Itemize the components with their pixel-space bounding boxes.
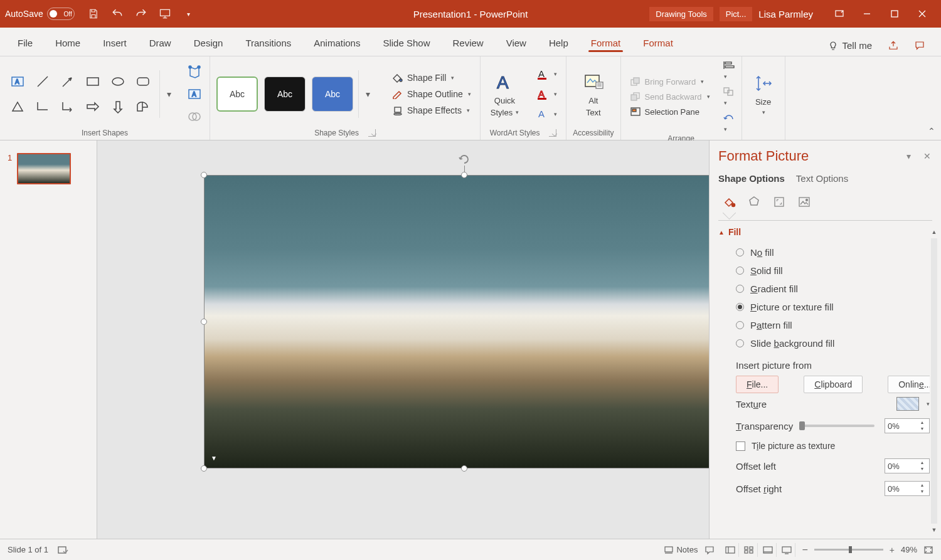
pane-close-icon[interactable]: ✕ [923,151,931,161]
selection-pane-button[interactable]: Selection Pane [627,105,713,118]
style-more-icon[interactable]: ▾ [358,70,377,118]
zoom-slider[interactable] [814,549,883,551]
alt-text-button[interactable]: AltText [578,68,609,120]
radio-solid-fill[interactable]: Solid fill [718,262,930,280]
rotate-button[interactable]: ▾ [723,113,735,133]
share-icon[interactable] [885,37,902,55]
tab-help[interactable]: Help [538,31,580,56]
size-button[interactable]: Size ▾ [748,70,779,118]
tab-format-drawing[interactable]: Format [580,31,632,56]
radio-gradient-fill[interactable]: Gradient fill [718,280,930,298]
zoom-in-icon[interactable]: + [890,545,895,555]
slide-canvas[interactable]: ▼ [97,140,709,539]
notes-button[interactable]: Notes [664,545,698,554]
shape-outline-button[interactable]: Shape Outline▾ [388,88,474,100]
style-1[interactable]: Abc [216,77,258,112]
pane-options-icon[interactable]: ▾ [906,151,911,161]
slide-thumbnail[interactable] [17,153,71,184]
tell-me[interactable]: Tell me [824,35,876,56]
merge-shapes-icon[interactable] [186,108,203,125]
resize-handle[interactable] [201,172,207,178]
texture-picker[interactable] [896,397,919,411]
comments-button-icon[interactable] [704,545,715,555]
qat-more-icon[interactable]: ▾ [183,8,195,20]
picture-tab-icon[interactable] [794,191,815,213]
size-tab-icon[interactable] [768,191,790,213]
offset-right-input[interactable]: 0%▲▼ [885,481,930,496]
transparency-input[interactable]: 0%▲▼ [885,418,930,433]
tab-file[interactable]: File [6,31,44,56]
save-icon[interactable] [87,8,100,20]
slide-sorter-icon[interactable] [740,543,758,557]
group-button[interactable]: ▾ [723,87,735,107]
radio-slide-bg-fill[interactable]: Slide background fill [718,334,930,352]
draw-textbox-icon[interactable]: A [186,85,203,103]
transparency-slider[interactable] [799,425,875,427]
ribbon-display-icon[interactable] [826,4,853,23]
tab-slideshow[interactable]: Slide Show [371,31,441,56]
offset-left-input[interactable]: 0%▲▼ [885,458,930,473]
tab-home[interactable]: Home [44,31,92,56]
shape-style-gallery[interactable]: Abc Abc Abc [216,77,353,112]
tab-format-picture[interactable]: Format [632,31,684,56]
minimize-icon[interactable] [853,4,881,23]
redo-icon[interactable] [135,8,147,20]
resize-handle[interactable] [201,465,207,472]
tab-transitions[interactable]: Transitions [234,31,302,56]
radio-picture-fill[interactable]: Picture or texture fill [718,298,930,316]
slide-counter[interactable]: Slide 1 of 1 [8,545,48,554]
reading-view-icon[interactable] [759,543,777,557]
tab-review[interactable]: Review [441,31,494,56]
resize-handle[interactable] [461,172,467,178]
shape-styles-launcher-icon[interactable] [368,129,376,137]
user-name[interactable]: Lisa Parmley [758,9,813,19]
tab-view[interactable]: View [495,31,538,56]
text-outline-button[interactable]: A▾ [534,87,560,101]
edit-shape-icon[interactable] [186,63,203,80]
resize-handle[interactable] [461,465,467,472]
comments-icon[interactable] [911,37,928,55]
file-button[interactable]: File... [736,376,779,393]
fit-to-window-icon[interactable] [923,546,933,554]
text-effects-button[interactable]: A▾ [534,107,560,121]
wordart-launcher-icon[interactable] [549,129,556,137]
zoom-level[interactable]: 49% [901,545,917,554]
radio-pattern-fill[interactable]: Pattern fill [718,316,930,334]
collapse-ribbon-icon[interactable]: ⌃ [922,56,941,140]
send-backward-button[interactable]: Send Backward▾ [627,90,713,103]
radio-no-fill[interactable]: No fill [718,243,930,262]
selected-picture[interactable]: ▼ [204,175,709,468]
style-3[interactable]: Abc [312,77,353,112]
fill-line-tab-icon[interactable] [718,191,740,213]
shape-fill-button[interactable]: Shape Fill▾ [388,71,474,84]
tab-design[interactable]: Design [183,31,235,56]
pane-tab-text-options[interactable]: Text Options [796,173,848,184]
pane-scrollbar[interactable]: ▲▼ [930,227,938,535]
spellcheck-icon[interactable] [57,545,68,555]
fill-section-header[interactable]: ▲ Fill [718,227,930,237]
maximize-icon[interactable] [881,4,908,23]
tab-animations[interactable]: Animations [302,31,371,56]
tab-draw[interactable]: Draw [138,31,183,56]
undo-icon[interactable] [111,8,124,20]
quick-styles-button[interactable]: A Quick Styles▾ [487,68,523,120]
zoom-out-icon[interactable]: − [802,544,807,556]
tile-checkbox-row[interactable]: Tile picture as texture [718,437,930,455]
style-2[interactable]: Abc [264,77,306,112]
close-icon[interactable] [908,4,936,23]
shapes-more-icon[interactable]: ▾ [159,70,178,118]
pane-tab-shape-options[interactable]: Shape Options [718,173,785,184]
slideshow-view-icon[interactable] [778,543,795,557]
resize-handle[interactable] [201,319,207,325]
tile-checkbox[interactable] [736,441,745,451]
autosave-toggle[interactable]: Off [47,8,75,20]
shapes-gallery[interactable]: A [6,70,154,118]
slideshow-start-icon[interactable] [159,8,171,20]
tab-insert[interactable]: Insert [92,31,138,56]
text-fill-button[interactable]: A▾ [534,67,560,81]
align-button[interactable]: ▾ [723,60,735,80]
bring-forward-button[interactable]: Bring Forward▾ [627,75,713,88]
clipboard-button[interactable]: Clipboard [804,376,863,393]
effects-tab-icon[interactable] [743,191,765,213]
rotate-handle-icon[interactable] [458,153,470,166]
